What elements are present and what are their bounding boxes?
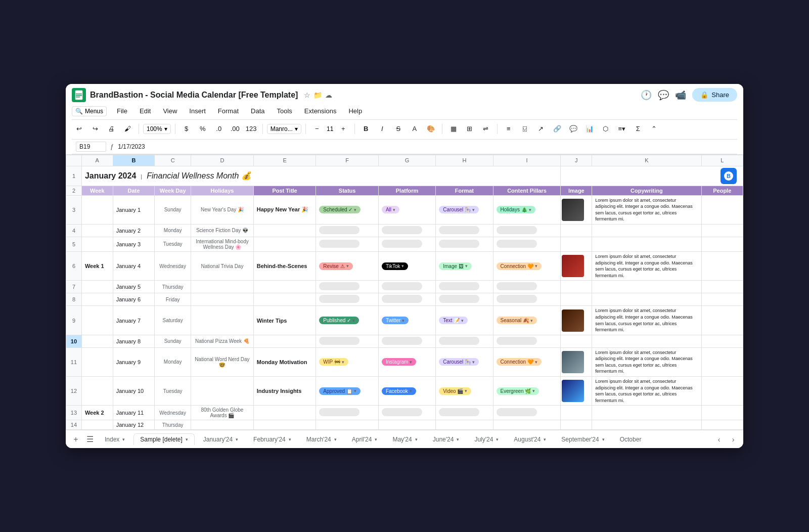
tab-september24[interactable]: September'24 ▾ [555, 433, 611, 445]
add-sheet-button[interactable]: + [70, 433, 82, 446]
italic-button[interactable]: I [375, 122, 389, 136]
platform-badge[interactable]: Facebook ▾ [382, 387, 416, 395]
redo-button[interactable]: ↪ [88, 122, 102, 136]
menu-tools[interactable]: Tools [275, 106, 294, 116]
tab-june24[interactable]: June'24 ▾ [426, 433, 466, 445]
bold-button[interactable]: B [359, 122, 373, 136]
menu-view[interactable]: View [161, 106, 179, 116]
tab-january24[interactable]: January'24 ▾ [197, 433, 245, 445]
font-size-increase[interactable]: + [336, 122, 350, 136]
col-header-g[interactable]: G [378, 155, 435, 166]
menu-format[interactable]: Format [216, 106, 241, 116]
cloud-icon[interactable]: ☁ [325, 91, 332, 99]
tab-august24[interactable]: August'24 ▾ [507, 433, 553, 445]
menu-data[interactable]: Data [249, 106, 266, 116]
contentpillar-badge[interactable]: Seasonal 🍂 ▾ [497, 317, 537, 324]
contentpillar-badge[interactable]: Connection 🧡 ▾ [497, 262, 542, 270]
tab-february24[interactable]: February'24 ▾ [247, 433, 298, 445]
tab-july24[interactable]: July'24 ▾ [468, 433, 505, 445]
chart-button[interactable]: 📊 [582, 122, 597, 136]
merge-button[interactable]: ⊞ [463, 122, 477, 136]
status-badge[interactable]: Approved 📋 ▾ [319, 387, 361, 395]
text-color-button[interactable]: A [408, 122, 422, 136]
undo-button[interactable]: ↩ [72, 122, 86, 136]
thumbnail-12 [562, 380, 584, 402]
fill-color-button[interactable]: 🎨 [424, 122, 438, 136]
col-header-e[interactable]: E [253, 155, 316, 166]
tab-next-button[interactable]: › [727, 433, 739, 446]
percent-button[interactable]: % [196, 122, 210, 136]
folder-icon[interactable]: 📁 [313, 91, 322, 99]
link-button[interactable]: 🔗 [550, 122, 564, 136]
menu-help[interactable]: Help [346, 106, 364, 116]
menu-insert[interactable]: Insert [187, 106, 208, 116]
wrap-button[interactable]: ⇌ [479, 122, 493, 136]
search-menus[interactable]: 🔍 Menus [72, 106, 107, 116]
formula-content[interactable]: 1/17/2023 [118, 143, 733, 150]
status-badge[interactable]: WIP 🚧 ▾ [319, 358, 348, 366]
tab-april24[interactable]: April'24 ▾ [345, 433, 384, 445]
contentpillar-badge[interactable]: Holidays 🎄 ▾ [497, 206, 535, 213]
tab-index[interactable]: Index ▾ [98, 433, 131, 445]
contentpillar-badge[interactable]: Evergreen 🌿 ▾ [497, 387, 540, 395]
strikethrough-button[interactable]: S [391, 122, 406, 136]
share-button[interactable]: 🔒 Share [692, 88, 737, 102]
tab-october[interactable]: October [613, 433, 648, 445]
format-badge[interactable]: Carousel 🎠 ▾ [439, 206, 479, 213]
format-badge[interactable]: Text 📝 ▾ [439, 317, 468, 324]
col-header-d[interactable]: D [191, 155, 254, 166]
menu-extensions[interactable]: Extensions [302, 106, 339, 116]
currency-button[interactable]: $ [179, 122, 194, 136]
status-badge[interactable]: Revise ⚠ ▾ [319, 262, 352, 270]
tab-march24[interactable]: March'24 ▾ [300, 433, 343, 445]
collapse-button[interactable]: ⌃ [647, 122, 661, 136]
tab-sample[interactable]: Sample [delete] ▾ [133, 433, 194, 445]
align-button[interactable]: ≡ [502, 122, 516, 136]
col-header-h[interactable]: H [436, 155, 493, 166]
star-icon[interactable]: ☆ [304, 91, 310, 99]
all-sheets-button[interactable]: ☰ [84, 433, 96, 446]
col-header-k[interactable]: K [592, 155, 701, 166]
zoom-select[interactable]: 100% ▾ [143, 124, 171, 134]
platform-badge[interactable]: All ▾ [382, 206, 399, 213]
font-size-decrease[interactable]: − [310, 122, 324, 136]
status-badge[interactable]: Published ✓ ▾ [319, 317, 359, 324]
platform-badge[interactable]: Instagram ▾ [382, 358, 416, 366]
cell-reference[interactable]: B19 [76, 142, 106, 152]
decimal-increase-button[interactable]: .00 [228, 122, 242, 136]
menu-file[interactable]: File [115, 106, 129, 116]
function-button[interactable]: Σ [631, 122, 645, 136]
col-header-c[interactable]: C [155, 155, 191, 166]
tab-may24[interactable]: May'24 ▾ [386, 433, 424, 445]
col-header-a[interactable]: A [81, 155, 113, 166]
comment-toolbar-button[interactable]: 💬 [566, 122, 580, 136]
history-icon[interactable]: 🕐 [641, 90, 652, 101]
col-header-j[interactable]: J [561, 155, 592, 166]
decimal-decrease-button[interactable]: .0 [212, 122, 226, 136]
status-badge[interactable]: Scheduled ✓ ▾ [319, 206, 361, 213]
format-badge[interactable]: Video 🎬 ▾ [439, 387, 471, 395]
rotate-button[interactable]: ↗ [534, 122, 548, 136]
comment-icon[interactable]: 💬 [658, 90, 669, 101]
print-button[interactable]: 🖨 [104, 122, 118, 136]
platform-badge[interactable]: TikTok ▾ [382, 262, 409, 270]
filter-button[interactable]: ⬡ [599, 122, 613, 136]
format-badge[interactable]: Carousel 🎠 ▾ [439, 358, 479, 366]
borders-button[interactable]: ▦ [446, 122, 461, 136]
paint-format-button[interactable]: 🖌 [120, 122, 134, 136]
col-header-b[interactable]: B [113, 155, 154, 166]
font-select[interactable]: Manro... ▾ [267, 124, 301, 134]
spreadsheet[interactable]: A B C D E F G H I J K L 1 [66, 155, 743, 430]
filter-views-button[interactable]: ≡▾ [615, 122, 629, 136]
menu-edit[interactable]: Edit [138, 106, 153, 116]
valign-button[interactable]: ⍌ [518, 122, 532, 136]
format-badge[interactable]: Image 🖼 ▾ [439, 262, 472, 270]
platform-badge[interactable]: Twitter ▾ [382, 317, 409, 324]
more-formats-button[interactable]: 123 [244, 122, 258, 136]
col-header-l[interactable]: L [701, 155, 743, 166]
video-icon[interactable]: 📹 [675, 90, 686, 101]
tab-prev-button[interactable]: ‹ [713, 433, 725, 446]
col-header-i[interactable]: I [493, 155, 561, 166]
contentpillar-badge[interactable]: Connection 🧡 ▾ [497, 358, 542, 366]
col-header-f[interactable]: F [316, 155, 379, 166]
